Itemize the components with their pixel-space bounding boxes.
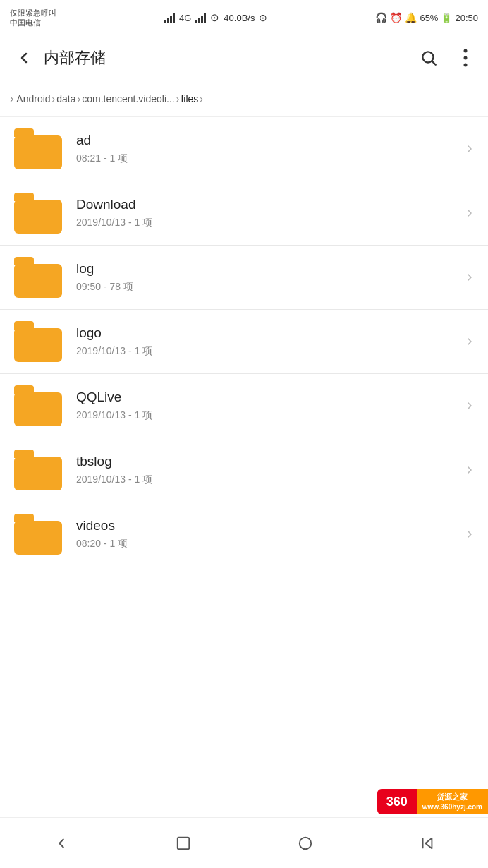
status-center-icons: 4G ⊙ 40.0B/s ⊙ xyxy=(164,11,267,24)
file-info: tbslog 2019/10/13 - 1 项 xyxy=(62,454,463,486)
file-name: ad xyxy=(76,133,463,148)
nav-home-button[interactable] xyxy=(162,822,205,864)
network-type: 4G xyxy=(179,13,191,23)
file-info: Download 2019/10/13 - 1 项 xyxy=(62,197,463,229)
watermark: 360 货源之家 www.360hyzj.com xyxy=(377,789,488,814)
list-item[interactable]: QQLive 2019/10/13 - 1 项 xyxy=(0,374,488,438)
breadcrumb-sep-3: › xyxy=(176,93,180,104)
file-meta: 2019/10/13 - 1 项 xyxy=(76,217,463,229)
folder-icon xyxy=(14,514,62,555)
battery-icon: 🔋 xyxy=(441,13,452,23)
svg-line-1 xyxy=(432,61,436,65)
chevron-right-icon xyxy=(463,463,477,477)
page-title: 内部存储 xyxy=(38,47,416,68)
carrier-info: 仅限紧急呼叫 中国电信 xyxy=(10,8,56,28)
folder-icon xyxy=(14,321,62,362)
alarm-icon: ⏰ xyxy=(390,12,402,23)
breadcrumb-files[interactable]: files xyxy=(181,93,198,104)
top-nav: 内部存储 xyxy=(0,35,488,80)
file-info: QQLive 2019/10/13 - 1 项 xyxy=(62,390,463,422)
svg-rect-5 xyxy=(177,837,189,849)
list-item[interactable]: logo 2019/10/13 - 1 项 xyxy=(0,310,488,374)
chevron-right-icon xyxy=(463,399,477,413)
folder-icon xyxy=(14,450,62,490)
battery-level: 65% xyxy=(420,13,438,23)
folder-icon xyxy=(14,385,62,426)
status-bar: 仅限紧急呼叫 中国电信 4G ⊙ 40.0B/s ⊙ 🎧 ⏰ 🔔 65% 🔋 2… xyxy=(0,0,488,35)
nav-prev-button[interactable] xyxy=(406,822,449,864)
network-speed: 40.0B/s xyxy=(224,13,255,23)
breadcrumb: › Android › data › com.tencent.videoli..… xyxy=(0,80,488,117)
folder-icon xyxy=(14,257,62,298)
file-info: ad 08:21 - 1 项 xyxy=(62,133,463,165)
folder-icon xyxy=(14,193,62,234)
file-info: videos 08:20 - 1 项 xyxy=(62,518,463,550)
breadcrumb-android[interactable]: Android xyxy=(16,93,50,104)
breadcrumb-package[interactable]: com.tencent.videoli... xyxy=(82,93,175,104)
file-meta: 2019/10/13 - 1 项 xyxy=(76,409,463,422)
svg-point-2 xyxy=(464,49,468,52)
file-info: logo 2019/10/13 - 1 项 xyxy=(62,325,463,358)
carrier-line1: 仅限紧急呼叫 xyxy=(10,8,56,18)
search-button[interactable] xyxy=(416,45,441,71)
signal-icon xyxy=(164,13,175,23)
file-name: tbslog xyxy=(76,454,463,469)
nav-back-button[interactable] xyxy=(40,822,83,864)
nav-action-icons xyxy=(416,45,478,71)
back-button[interactable] xyxy=(10,44,38,72)
svg-point-3 xyxy=(464,56,468,59)
breadcrumb-sep-2: › xyxy=(78,93,81,104)
chevron-right-icon xyxy=(463,206,477,220)
chevron-right-icon xyxy=(463,527,477,541)
file-name: videos xyxy=(76,518,463,534)
list-item[interactable]: tbslog 2019/10/13 - 1 项 xyxy=(0,438,488,502)
breadcrumb-sep-1: › xyxy=(52,93,56,104)
chevron-right-icon xyxy=(463,334,477,349)
list-item[interactable]: ad 08:21 - 1 项 xyxy=(0,117,488,181)
folder-icon xyxy=(14,128,62,169)
list-item[interactable]: Download 2019/10/13 - 1 项 xyxy=(0,181,488,246)
watermark-text: 货源之家 www.360hyzj.com xyxy=(417,789,488,814)
chevron-right-icon xyxy=(463,142,477,156)
breadcrumb-data[interactable]: data xyxy=(56,93,75,104)
file-meta: 2019/10/13 - 1 项 xyxy=(76,474,463,486)
signal-icon-2 xyxy=(195,13,206,23)
carrier-line2: 中国电信 xyxy=(10,18,56,28)
more-button[interactable] xyxy=(453,45,478,71)
list-item[interactable]: log 09:50 - 78 项 xyxy=(0,246,488,310)
svg-marker-7 xyxy=(425,838,432,848)
file-name: logo xyxy=(76,325,463,341)
file-meta: 08:20 - 1 项 xyxy=(76,538,463,550)
chevron-right-icon xyxy=(463,270,477,284)
file-meta: 08:21 - 1 项 xyxy=(76,152,463,165)
nav-circle-button[interactable] xyxy=(284,822,327,864)
file-name: Download xyxy=(76,197,463,212)
file-list: ad 08:21 - 1 项 Download 2019/10/13 - 1 项 xyxy=(0,117,488,817)
status-right: 🎧 ⏰ 🔔 65% 🔋 20:50 xyxy=(375,12,478,23)
timer-icon: ⊙ xyxy=(259,12,267,23)
breadcrumb-chevron-start: › xyxy=(10,92,16,105)
bottom-nav xyxy=(0,817,488,868)
wifi-icon: ⊙ xyxy=(210,11,219,24)
watermark-badge: 360 xyxy=(377,789,417,814)
headphone-icon: 🎧 xyxy=(375,12,387,23)
file-name: QQLive xyxy=(76,390,463,405)
file-info: log 09:50 - 78 项 xyxy=(62,261,463,294)
breadcrumb-end-chevron: › xyxy=(200,93,203,104)
list-item[interactable]: videos 08:20 - 1 项 xyxy=(0,502,488,566)
bell-icon: 🔔 xyxy=(405,12,417,23)
svg-point-6 xyxy=(299,837,311,849)
svg-point-4 xyxy=(464,63,468,66)
file-meta: 09:50 - 78 项 xyxy=(76,281,463,294)
file-name: log xyxy=(76,261,463,277)
clock: 20:50 xyxy=(455,13,478,23)
file-meta: 2019/10/13 - 1 项 xyxy=(76,345,463,358)
